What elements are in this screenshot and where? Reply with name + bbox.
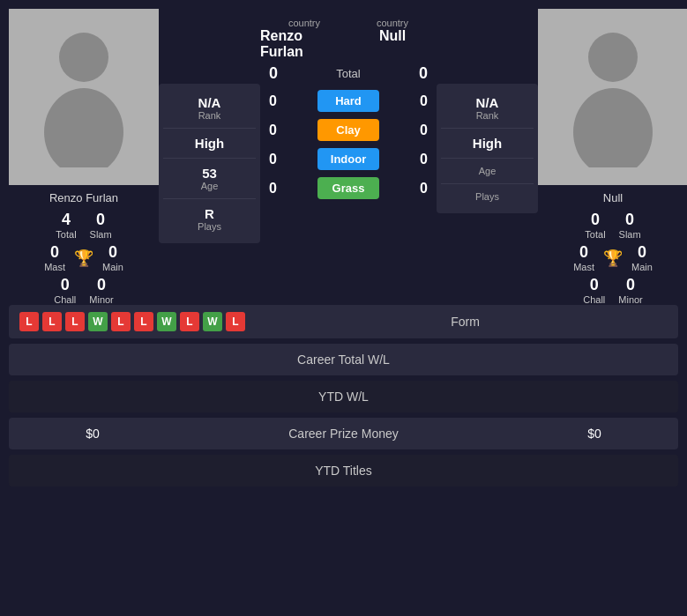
form-section: LLLWLLWLWL Form [9,305,678,338]
form-badge-9: L [226,312,245,331]
left-main-stat: 0 Main [102,243,123,272]
left-player-photo: Renzo Furlan 4 Total 0 Slam 0 Mast 🏆 [9,9,159,305]
stats-row-label-2: Career Prize Money [159,427,528,441]
right-minor-stat: 0 Minor [618,276,643,305]
form-label: Form [451,315,480,329]
right-main-stat: 0 Main [631,243,653,272]
form-badges: LLLWLLWLWL [19,312,245,331]
right-player-stats-row3: 0 Chall 0 Minor [538,276,687,305]
svg-point-2 [588,33,638,82]
middle-section: country Renzo Furlan country Null 0 Tota… [260,9,437,206]
right-slam-stat: 0 Slam [619,211,641,240]
right-rank-row: N/A Rank [441,88,534,129]
svg-point-0 [59,33,108,82]
stats-row-3: YTD Titles [9,455,678,486]
right-high-row: High [441,129,534,159]
form-badge-0: L [19,312,39,331]
right-plays-row: Plays [441,184,534,209]
grass-row: 0 Grass 0 [260,177,437,199]
main-container: Renzo Furlan 4 Total 0 Slam 0 Mast 🏆 [0,0,687,501]
left-player-stats-row2: 0 Mast 🏆 0 Main [9,243,159,272]
left-rank-row: N/A Rank [163,88,256,129]
stats-row-2: $0Career Prize Money$0 [9,418,678,449]
right-stats-card-wrapper: N/A Rank High Age Plays [437,9,538,213]
left-player-name-below: Renzo Furlan [9,189,159,205]
right-photo-box [538,9,687,185]
stats-row-0: Career Total W/L [9,344,678,375]
stats-rows-container: Career Total W/LYTD W/L$0Career Prize Mo… [9,344,678,486]
form-badge-4: L [111,312,131,331]
right-chall-stat: 0 Chall [583,276,605,305]
right-player-name-below: Null [538,189,687,205]
right-mast-stat: 0 Mast [573,243,594,272]
left-chall-stat: 0 Chall [54,276,76,305]
player-names-row: country Renzo Furlan country Null [260,18,437,60]
left-slam-stat: 0 Slam [90,211,112,240]
stats-row-label-0: Career Total W/L [159,353,528,367]
left-age-row: 53 Age [163,159,256,199]
left-stats-card-wrapper: N/A Rank High 53 Age R Plays [159,9,260,243]
right-player-photo: Null 0 Total 0 Slam 0 Mast 🏆 0 [538,9,687,305]
stats-row-right-2: $0 [528,427,661,441]
stats-row-left-2: $0 [26,427,159,441]
stats-row-1: YTD W/L [9,381,678,412]
left-player-stats-row3: 0 Chall 0 Minor [9,276,159,305]
svg-point-3 [573,88,653,167]
grass-button[interactable]: Grass [317,177,379,199]
left-plays-row: R Plays [163,199,256,239]
form-badge-3: W [88,312,108,331]
left-photo-box [9,9,159,185]
right-age-row: Age [441,159,534,184]
right-player-stats-row1: 0 Total 0 Slam [538,211,687,240]
indoor-row: 0 Indoor 0 [260,148,437,170]
stats-row-label-3: YTD Titles [159,464,528,478]
form-badge-1: L [42,312,62,331]
trophy-icon-right: 🏆 [603,249,623,268]
left-mast-stat: 0 Mast [44,243,65,272]
clay-row: 0 Clay 0 [260,119,437,141]
hard-row: 0 Hard 0 [260,90,437,112]
right-info-card: N/A Rank High Age Plays [437,84,538,213]
left-name-area: country Renzo Furlan [260,18,348,60]
left-high-row: High [163,129,256,159]
right-total-stat: 0 Total [585,211,605,240]
svg-point-1 [44,88,123,167]
left-info-card: N/A Rank High 53 Age R Plays [159,84,260,243]
left-silhouette-icon [31,26,137,167]
indoor-button[interactable]: Indoor [317,148,379,170]
trophy-icon-left: 🏆 [74,249,93,268]
stats-row-label-1: YTD W/L [159,390,528,404]
left-player-stats-row1: 4 Total 0 Slam [9,211,159,240]
left-minor-stat: 0 Minor [89,276,114,305]
total-row: 0 Total 0 [260,64,437,83]
top-section: Renzo Furlan 4 Total 0 Slam 0 Mast 🏆 [9,9,678,305]
right-silhouette-icon [560,26,666,167]
form-badge-7: L [180,312,199,331]
left-total-stat: 4 Total [56,211,76,240]
form-badge-2: L [65,312,85,331]
clay-button[interactable]: Clay [317,119,379,141]
right-player-stats-row2: 0 Mast 🏆 0 Main [538,243,687,272]
hard-button[interactable]: Hard [317,90,379,112]
form-badge-6: W [157,312,176,331]
form-badge-5: L [134,312,153,331]
right-name-area: country Null [348,18,437,60]
form-badge-8: W [203,312,222,331]
